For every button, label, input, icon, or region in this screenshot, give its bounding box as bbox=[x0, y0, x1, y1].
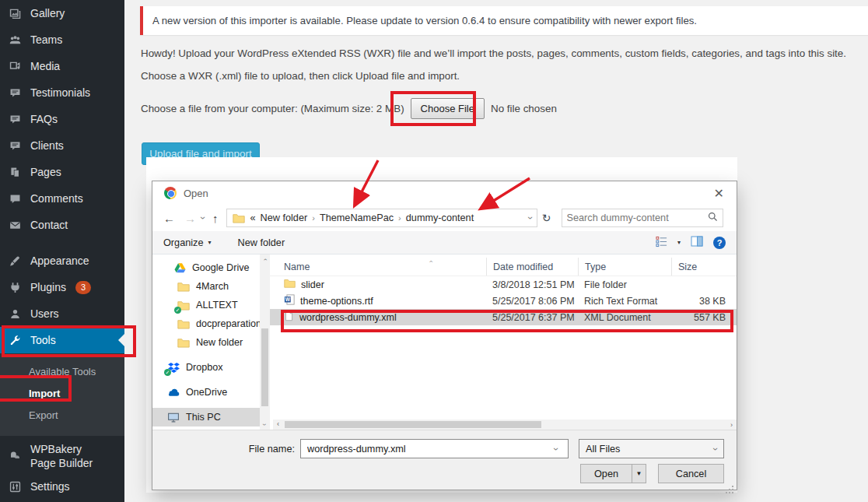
sidebar-item-faqs[interactable]: FAQs bbox=[0, 106, 124, 132]
breadcrumb-segment[interactable]: dummy-content bbox=[406, 212, 474, 223]
tools-submenu: Available Tools Import Export bbox=[0, 353, 124, 436]
choose-file-button[interactable]: Choose File bbox=[411, 98, 485, 119]
tree-item-this-pc[interactable]: This PC bbox=[152, 408, 260, 427]
dialog-footer: File name: › All Files › Open ▼ Cancel bbox=[152, 430, 737, 490]
file-name-dropdown-icon[interactable]: › bbox=[551, 448, 562, 451]
navigation-pane: Google Drive 4March ✓ ALLTEXT docprepara… bbox=[152, 255, 260, 430]
media-icon bbox=[7, 58, 23, 74]
column-header-date-modified[interactable]: Date modified bbox=[486, 258, 578, 276]
tree-scrollbar[interactable]: › › bbox=[260, 255, 270, 430]
breadcrumb-segment[interactable]: ThemeNamePac bbox=[320, 212, 394, 223]
open-button[interactable]: Open bbox=[580, 464, 632, 483]
back-icon[interactable]: ← bbox=[163, 212, 175, 225]
tree-item-onedrive[interactable]: OneDrive bbox=[152, 383, 260, 402]
chat-bubble-icon bbox=[7, 85, 23, 100]
organize-menu-button[interactable]: Organize ▾ bbox=[163, 237, 212, 248]
sidebar-item-media[interactable]: Media bbox=[0, 53, 124, 79]
address-dropdown-icon[interactable]: › bbox=[525, 216, 536, 219]
sidebar-item-label: Appearance bbox=[30, 255, 89, 267]
tree-item-dropbox[interactable]: ✓ Dropbox bbox=[152, 358, 260, 377]
scrollbar-thumb[interactable] bbox=[285, 421, 541, 428]
search-input[interactable] bbox=[567, 212, 708, 223]
search-icon[interactable] bbox=[708, 212, 718, 224]
open-split-dropdown-icon[interactable]: ▼ bbox=[632, 464, 646, 483]
chrome-icon bbox=[164, 187, 177, 199]
pages-icon bbox=[7, 164, 23, 180]
scroll-right-icon[interactable]: › bbox=[726, 420, 737, 430]
details-view-icon[interactable] bbox=[656, 236, 667, 250]
file-row-theme-options[interactable]: Wtheme-options.rtf 5/25/2017 8:06 PM Ric… bbox=[270, 293, 737, 309]
search-box bbox=[562, 209, 723, 227]
sidebar-item-testimonials[interactable]: Testimonials bbox=[0, 79, 124, 106]
dropbox-icon: ✓ bbox=[166, 361, 180, 374]
breadcrumb-overflow-icon[interactable]: « bbox=[250, 212, 256, 223]
tree-item-4march[interactable]: 4March bbox=[152, 277, 260, 296]
file-row-wordpress-dummy[interactable]: wordpress-dummy.xml 5/25/2017 6:37 PM XM… bbox=[270, 309, 737, 325]
cancel-button[interactable]: Cancel bbox=[658, 464, 724, 483]
sidebar-item-label: Clients bbox=[30, 139, 64, 152]
sidebar-item-clients[interactable]: Clients bbox=[0, 132, 124, 159]
column-header-name[interactable]: Name bbox=[270, 258, 486, 276]
plugin-icon bbox=[7, 279, 23, 295]
sidebar-item-settings[interactable]: Settings bbox=[0, 473, 124, 500]
sidebar-item-wpbakery[interactable]: WPBakery Page Builder bbox=[0, 439, 124, 473]
file-name-input[interactable] bbox=[300, 439, 569, 458]
address-breadcrumb[interactable]: « New folder › ThemeNamePac › dummy-cont… bbox=[226, 209, 537, 227]
tree-item-alltext[interactable]: ✓ ALLTEXT bbox=[152, 296, 260, 314]
sidebar-item-tools[interactable]: Tools bbox=[0, 327, 124, 353]
chevron-right-icon: › bbox=[312, 213, 315, 223]
file-row-slider[interactable]: slider 3/8/2018 12:51 PM File folder bbox=[270, 276, 737, 293]
sort-ascending-icon: › bbox=[427, 261, 435, 263]
horizontal-scrollbar[interactable]: › › bbox=[273, 420, 737, 430]
close-icon[interactable]: ✕ bbox=[708, 184, 730, 202]
wpbakery-icon bbox=[7, 448, 23, 464]
sidebar-item-label: Pages bbox=[30, 166, 61, 178]
dialog-title: Open bbox=[184, 188, 208, 199]
tree-item-google-drive[interactable]: Google Drive bbox=[152, 258, 260, 277]
sidebar-item-label: Plugins bbox=[30, 281, 66, 293]
tree-item-docpreparation[interactable]: docpreparation bbox=[152, 314, 260, 333]
sidebar-item-users[interactable]: Users bbox=[0, 300, 124, 327]
help-icon[interactable]: ? bbox=[713, 237, 726, 249]
sidebar-item-appearance[interactable]: Appearance bbox=[0, 247, 124, 274]
sidebar-item-comments[interactable]: Comments bbox=[0, 185, 124, 212]
onedrive-icon bbox=[166, 386, 180, 398]
scroll-down-icon[interactable]: › bbox=[260, 420, 270, 430]
sidebar-item-gallery[interactable]: Gallery bbox=[0, 0, 124, 26]
submenu-item-export[interactable]: Export bbox=[0, 404, 124, 426]
sidebar-item-teams[interactable]: Teams bbox=[0, 26, 124, 53]
forward-icon[interactable]: → bbox=[184, 212, 196, 225]
column-header-size[interactable]: Size bbox=[671, 258, 733, 276]
envelope-icon bbox=[7, 217, 23, 233]
resize-grip[interactable] bbox=[732, 486, 733, 487]
sidebar-item-label: WPBakery Page Builder bbox=[30, 442, 108, 470]
dialog-toolbar: Organize ▾ New folder ▾ ? bbox=[152, 231, 737, 255]
chevron-right-icon: › bbox=[398, 213, 401, 223]
breadcrumb-segment[interactable]: New folder bbox=[261, 212, 308, 223]
comment-icon bbox=[7, 191, 23, 206]
submenu-item-available-tools[interactable]: Available Tools bbox=[0, 360, 124, 382]
file-type-select[interactable]: All Files › bbox=[579, 439, 724, 458]
dialog-nav-bar: ← → › ↑ « New folder › ThemeNamePac › du… bbox=[152, 205, 737, 231]
open-file-dialog: Open ✕ ← → › ↑ « New folder › ThemeNameP… bbox=[152, 181, 737, 490]
sidebar-item-pages[interactable]: Pages bbox=[0, 159, 124, 185]
folder-icon bbox=[284, 279, 296, 290]
submenu-item-import[interactable]: Import bbox=[0, 382, 124, 404]
sidebar-item-contact[interactable]: Contact bbox=[0, 212, 124, 238]
refresh-icon[interactable]: ↻ bbox=[537, 212, 556, 224]
up-icon[interactable]: ↑ bbox=[212, 212, 219, 225]
tree-item-new-folder[interactable]: New folder bbox=[152, 333, 260, 352]
sidebar-item-plugins[interactable]: Plugins 3 bbox=[0, 274, 124, 300]
folder-icon bbox=[177, 336, 191, 349]
sidebar-item-label: Testimonials bbox=[30, 86, 90, 99]
scroll-up-icon[interactable]: › bbox=[260, 255, 270, 265]
recent-locations-icon[interactable]: › bbox=[198, 216, 208, 219]
scroll-left-icon[interactable]: › bbox=[273, 420, 283, 430]
google-drive-icon bbox=[173, 262, 187, 274]
scrollbar-thumb[interactable] bbox=[261, 328, 268, 406]
new-folder-button[interactable]: New folder bbox=[238, 237, 285, 248]
user-icon bbox=[7, 306, 23, 321]
preview-pane-icon[interactable] bbox=[691, 236, 703, 249]
views-dropdown-icon[interactable]: ▾ bbox=[677, 239, 681, 246]
column-header-type[interactable]: Type bbox=[578, 258, 671, 276]
